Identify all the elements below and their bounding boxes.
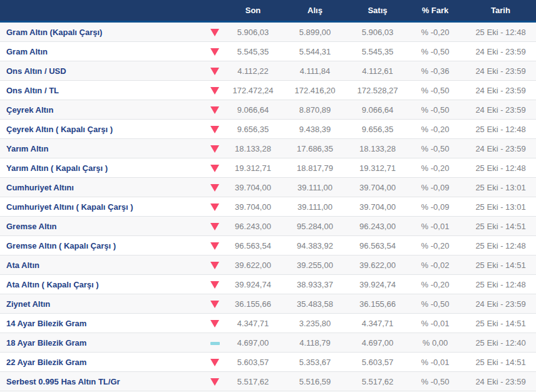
instrument-name-link[interactable]: Gremse Altın xyxy=(0,222,204,231)
tarih-value: 25 Eki - 12:48 xyxy=(465,280,536,289)
table-row[interactable]: Gram Altın5.545,355.544,315.545,35% -0,5… xyxy=(0,42,536,61)
instrument-name-link[interactable]: Cumhuriyet Altını ( Kapalı Çarşı ) xyxy=(0,202,204,212)
instrument-name-link[interactable]: Ons Altın / TL xyxy=(0,86,204,95)
tarih-value: 25 Eki - 12:40 xyxy=(465,338,536,348)
table-row[interactable]: Yarım Altın ( Kapalı Çarşı )19.312,7118.… xyxy=(0,158,536,178)
instrument-name-link[interactable]: Gram Altın xyxy=(0,47,204,56)
satis-value: 172.528,27 xyxy=(350,86,405,95)
satis-value: 39.622,00 xyxy=(350,260,405,270)
trend-down-arrow-icon xyxy=(210,184,219,192)
instrument-name-link[interactable]: Serbest 0.995 Has Altın TL/Gr xyxy=(0,377,204,386)
instrument-name-link[interactable]: Yarım Altın ( Kapalı Çarşı ) xyxy=(0,163,204,173)
fark-value: % -0,09 xyxy=(405,202,465,212)
instrument-name-link[interactable]: 14 Ayar Bilezik Gram xyxy=(0,319,204,328)
alis-value: 4.118,79 xyxy=(280,338,350,348)
trend-cell xyxy=(204,377,226,386)
tarih-value: 24 Eki - 23:59 xyxy=(465,86,536,95)
table-row[interactable]: Çeyrek Altın ( Kapalı Çarşı )9.656,359.4… xyxy=(0,120,536,139)
instrument-name-link[interactable]: Ons Altın / USD xyxy=(0,66,204,76)
trend-down-arrow-icon xyxy=(210,301,219,308)
table-row[interactable]: Cumhuriyet Altını39.704,0039.111,0039.70… xyxy=(0,178,536,197)
trend-cell xyxy=(204,241,226,250)
table-row[interactable]: Çeyrek Altın9.066,648.870,899.066,64% -0… xyxy=(0,100,536,120)
alis-value: 18.817,79 xyxy=(280,163,350,173)
alis-value: 35.483,58 xyxy=(280,299,350,309)
table-row[interactable]: Gremse Altın ( Kapalı Çarşı )96.563,5494… xyxy=(0,236,536,255)
son-value: 9.656,35 xyxy=(226,125,280,134)
instrument-name-link[interactable]: Gram Altın (Kapalı Çarşı) xyxy=(0,28,204,37)
alis-value: 5.899,00 xyxy=(280,28,350,37)
instrument-name-link[interactable]: Yarım Altın xyxy=(0,144,204,153)
alis-value: 5.544,31 xyxy=(280,47,350,56)
table-row[interactable]: Ata Altın ( Kapalı Çarşı )39.924,7438.93… xyxy=(0,275,536,294)
table-row[interactable]: 14 Ayar Bilezik Gram4.347,713.235,804.34… xyxy=(0,314,536,333)
tarih-value: 25 Eki - 14:51 xyxy=(465,358,536,367)
trend-cell xyxy=(204,222,226,231)
alis-value: 39.255,00 xyxy=(280,260,350,270)
trend-down-arrow-icon xyxy=(210,145,219,153)
trend-cell xyxy=(204,319,226,328)
son-value: 5.906,03 xyxy=(226,28,280,37)
instrument-name-link[interactable]: Ata Altın xyxy=(0,260,204,270)
instrument-name-link[interactable]: Cumhuriyet Altını xyxy=(0,183,204,192)
instrument-name-link[interactable]: Ziynet Altın xyxy=(0,299,204,309)
alis-value: 95.284,00 xyxy=(280,222,350,231)
instrument-name-link[interactable]: Gremse Altın ( Kapalı Çarşı ) xyxy=(0,241,204,250)
son-value: 18.133,28 xyxy=(226,144,280,153)
trend-cell xyxy=(204,125,226,134)
table-row[interactable]: Ons Altın / TL172.472,24172.416,20172.52… xyxy=(0,81,536,100)
satis-value: 39.704,00 xyxy=(350,183,405,192)
trend-cell xyxy=(204,338,226,348)
instrument-name-link[interactable]: Ata Altın ( Kapalı Çarşı ) xyxy=(0,280,204,289)
son-value: 36.155,66 xyxy=(226,299,280,309)
alis-value: 9.438,39 xyxy=(280,125,350,134)
alis-value: 39.111,00 xyxy=(280,183,350,192)
trend-cell xyxy=(204,144,226,153)
son-value: 5.545,35 xyxy=(226,47,280,56)
tarih-value: 25 Eki - 12:48 xyxy=(465,241,536,250)
trend-cell xyxy=(204,358,226,367)
header-fark: % Fark xyxy=(405,6,465,15)
table-row[interactable]: Ons Altın / USD4.112,224.111,844.112,61%… xyxy=(0,61,536,81)
trend-down-arrow-icon xyxy=(210,359,219,366)
son-value: 39.704,00 xyxy=(226,183,280,192)
trend-cell xyxy=(204,66,226,76)
table-row[interactable]: Gram Altın (Kapalı Çarşı)5.906,035.899,0… xyxy=(0,23,536,42)
header-tarih: Tarih xyxy=(465,6,536,15)
alis-value: 4.111,84 xyxy=(280,66,350,76)
alis-value: 3.235,80 xyxy=(280,319,350,328)
table-row[interactable]: Serbest 0.995 Has Altın TL/Gr5.517,625.5… xyxy=(0,372,536,391)
table-row[interactable]: Yarım Altın18.133,2817.686,3518.133,28% … xyxy=(0,139,536,158)
table-row[interactable]: 22 Ayar Bilezik Gram5.603,575.353,675.60… xyxy=(0,353,536,372)
tarih-value: 25 Eki - 12:48 xyxy=(465,125,536,134)
tarih-value: 24 Eki - 23:59 xyxy=(465,47,536,56)
table-row[interactable]: Ata Altın39.622,0039.255,0039.622,00% -0… xyxy=(0,255,536,275)
fark-value: % -0,20 xyxy=(405,280,465,289)
fark-value: % -0,20 xyxy=(405,28,465,37)
trend-cell xyxy=(204,105,226,115)
instrument-name-link[interactable]: 22 Ayar Bilezik Gram xyxy=(0,358,204,367)
satis-value: 96.243,00 xyxy=(350,222,405,231)
satis-value: 19.312,71 xyxy=(350,163,405,173)
trend-down-arrow-icon xyxy=(210,87,219,95)
trend-down-arrow-icon xyxy=(210,320,219,328)
instrument-name-link[interactable]: Çeyrek Altın xyxy=(0,105,204,115)
instrument-name-link[interactable]: 18 Ayar Bilezik Gram xyxy=(0,338,204,348)
table-row[interactable]: 18 Ayar Bilezik Gram4.697,004.118,794.69… xyxy=(0,333,536,353)
gold-prices-table: Son Alış Satış % Fark Tarih Gram Altın (… xyxy=(0,0,536,391)
table-row[interactable]: Ziynet Altın36.155,6635.483,5836.155,66%… xyxy=(0,294,536,314)
instrument-name-link[interactable]: Çeyrek Altın ( Kapalı Çarşı ) xyxy=(0,125,204,134)
son-value: 9.066,64 xyxy=(226,105,280,115)
trend-down-arrow-icon xyxy=(210,223,219,230)
trend-cell xyxy=(204,202,226,212)
fark-value: % -0,50 xyxy=(405,105,465,115)
table-row[interactable]: Cumhuriyet Altını ( Kapalı Çarşı )39.704… xyxy=(0,197,536,217)
trend-down-arrow-icon xyxy=(210,378,219,386)
trend-down-arrow-icon xyxy=(210,106,219,114)
table-row[interactable]: Gremse Altın96.243,0095.284,0096.243,00%… xyxy=(0,217,536,236)
fark-value: % -0,02 xyxy=(405,260,465,270)
son-value: 4.347,71 xyxy=(226,319,280,328)
trend-down-arrow-icon xyxy=(210,126,219,133)
alis-value: 94.383,92 xyxy=(280,241,350,250)
alis-value: 17.686,35 xyxy=(280,144,350,153)
